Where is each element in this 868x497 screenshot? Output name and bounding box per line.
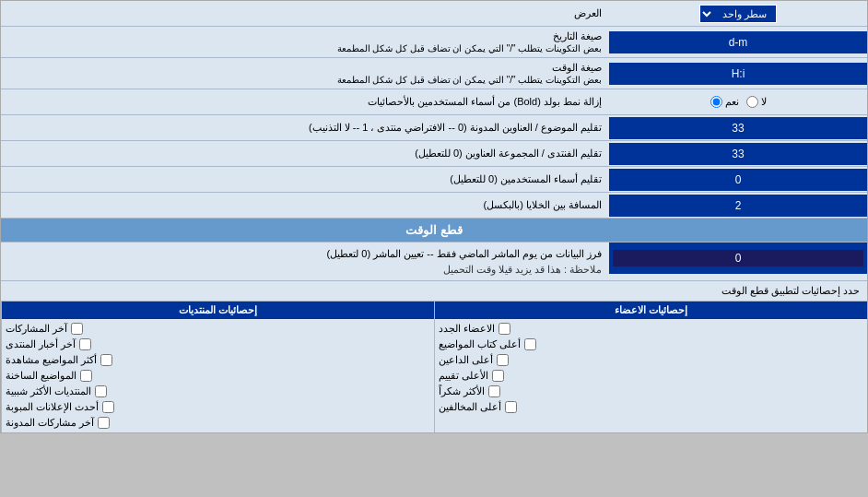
date-format-input-wrap[interactable] (609, 31, 867, 53)
checkbox-last-blog-posts[interactable] (98, 417, 110, 429)
radio-no-label[interactable]: لا (746, 96, 767, 108)
member-stats-col: إحصائيات الاعضاء الاعضاء الجدد أعلى كتاب… (434, 302, 867, 432)
top-display-label: العرض (1, 4, 609, 23)
list-item[interactable]: أعلى الداعين (439, 352, 863, 368)
stats-limit-label: حدد إحصائيات لتطبيق قطع الوقت (1, 281, 867, 301)
item-label: آخر المشاركات (6, 323, 67, 335)
stats-limit-row: حدد إحصائيات لتطبيق قطع الوقت (1, 281, 867, 302)
cell-spacing-row: المسافة بين الخلايا (بالبكسل) (1, 193, 867, 219)
user-count-row: تقليم أسماء المستخدمين (0 للتعطيل) (1, 167, 867, 193)
user-count-input-wrap[interactable] (609, 169, 867, 191)
checkbox-last-news[interactable] (79, 338, 91, 350)
checkbox-section: إحصائيات الاعضاء الاعضاء الجدد أعلى كتاب… (1, 302, 867, 432)
forum-stats-col: إحصائيات المنتديات آخر المشاركات آخر أخب… (1, 302, 434, 432)
bold-remove-radio-area[interactable]: نعم لا (609, 94, 867, 110)
forum-count-input-wrap[interactable] (609, 143, 867, 165)
forum-count-row: تقليم الفنتدى / المجموعة العناوين (0 للت… (1, 141, 867, 167)
checkbox-popular-forums[interactable] (95, 385, 107, 397)
checkbox-top-inviters[interactable] (497, 354, 509, 366)
checkbox-new-members[interactable] (499, 323, 510, 335)
list-item[interactable]: أحدث الإعلانات المبوبة (6, 399, 430, 415)
list-item[interactable]: آخر مشاركات المدونة (6, 415, 430, 431)
item-label: آخر مشاركات المدونة (6, 417, 94, 429)
date-format-label: صيغة التاريخ بعض التكوينات يتطلب "/" الت… (1, 27, 609, 57)
forum-count-label: تقليم الفنتدى / المجموعة العناوين (0 للت… (1, 144, 609, 163)
top-display-row: العرض سطر واحد سطرين ثلاثة أسطر (1, 1, 867, 27)
item-label: أعلى المخالفين (439, 401, 501, 413)
cutoff-note: ملاحظة : هذا قد يزيد قيلا وقت التحميل (443, 264, 602, 275)
item-label: أعلى الداعين (439, 354, 493, 366)
checkbox-most-thanked[interactable] (488, 385, 500, 397)
cutoff-row: فرز البيانات من يوم الماشر الماضي فقط --… (1, 243, 867, 281)
time-format-label: صيغة الوقت بعض التكوينات يتطلب "/" التي … (1, 58, 609, 89)
time-format-input-wrap[interactable] (609, 63, 867, 85)
list-item[interactable]: آخر أخبار المنتدى (6, 337, 430, 352)
item-label: المنتديات الأكثر شببية (6, 385, 91, 397)
cell-spacing-input-wrap[interactable] (609, 195, 867, 217)
date-format-note: بعض التكوينات يتطلب "/" التي يمكن ان تضا… (337, 43, 602, 53)
item-label: أعلى كتاب المواضيع (439, 338, 521, 350)
member-stats-header: إحصائيات الاعضاء (435, 302, 867, 319)
topic-count-label: تقليم الموضوع / العناوين المدونة (0 -- ا… (1, 118, 609, 137)
item-label: الاعضاء الجدد (439, 323, 495, 335)
radio-yes-label[interactable]: نعم (710, 96, 739, 108)
time-format-note: بعض التكوينات يتطلب "/" التي يمكن ان تضا… (337, 75, 602, 85)
forum-stats-items: آخر المشاركات آخر أخبار المنتدى أكثر الم… (2, 319, 434, 432)
topic-count-input[interactable] (613, 122, 863, 135)
list-item[interactable]: الأعلى تقييم (439, 368, 863, 384)
bold-remove-row: إزالة نمط بولد (Bold) من أسماء المستخدمي… (1, 89, 867, 115)
cutoff-section-header: قطع الوقت (1, 219, 867, 243)
item-label: آخر أخبار المنتدى (6, 338, 76, 350)
time-format-input[interactable] (613, 67, 863, 80)
time-format-row: صيغة الوقت بعض التكوينات يتطلب "/" التي … (1, 58, 867, 89)
date-format-input[interactable] (613, 36, 863, 49)
radio-no[interactable] (746, 96, 758, 108)
display-select[interactable]: سطر واحد سطرين ثلاثة أسطر (699, 5, 777, 23)
radio-yes[interactable] (710, 96, 722, 108)
user-count-label: تقليم أسماء المستخدمين (0 للتعطيل) (1, 170, 609, 189)
list-item[interactable]: الاعضاء الجدد (439, 321, 863, 337)
user-count-input[interactable] (613, 173, 863, 186)
display-select-area[interactable]: سطر واحد سطرين ثلاثة أسطر (609, 3, 867, 25)
checkbox-top-posters[interactable] (524, 338, 536, 350)
list-item[interactable]: الأكثر شكراً (439, 384, 863, 399)
forum-count-input[interactable] (613, 148, 863, 160)
bold-remove-label: إزالة نمط بولد (Bold) من أسماء المستخدمي… (1, 92, 609, 112)
list-item[interactable]: المواضيع الساخنة (6, 368, 430, 384)
forum-stats-header: إحصائيات المنتديات (2, 302, 434, 319)
list-item[interactable]: أعلى كتاب المواضيع (439, 337, 863, 352)
cutoff-input[interactable] (613, 250, 863, 266)
checkbox-latest-classifieds[interactable] (102, 401, 114, 413)
radio-yes-text: نعم (725, 96, 739, 108)
cell-spacing-input[interactable] (613, 199, 863, 212)
date-format-row: صيغة التاريخ بعض التكوينات يتطلب "/" الت… (1, 27, 867, 58)
checkbox-last-posts[interactable] (71, 323, 83, 335)
cutoff-label: فرز البيانات من يوم الماشر الماضي فقط --… (1, 243, 609, 280)
list-item[interactable]: المنتديات الأكثر شببية (6, 384, 430, 399)
item-label: الأعلى تقييم (439, 370, 488, 382)
item-label: الأكثر شكراً (439, 385, 485, 397)
cell-spacing-label: المسافة بين الخلايا (بالبكسل) (1, 195, 609, 215)
radio-no-text: لا (761, 96, 767, 108)
cutoff-input-wrap[interactable] (609, 243, 867, 274)
list-item[interactable]: أكثر المواضيع مشاهدة (6, 352, 430, 368)
item-label: المواضيع الساخنة (6, 370, 76, 382)
checkbox-hot-topics[interactable] (80, 370, 92, 382)
topic-count-input-wrap[interactable] (609, 117, 867, 139)
item-label: أكثر المواضيع مشاهدة (6, 354, 97, 366)
list-item[interactable]: آخر المشاركات (6, 321, 430, 337)
item-label: أحدث الإعلانات المبوبة (6, 401, 99, 413)
list-item[interactable]: أعلى المخالفين (439, 399, 863, 415)
checkbox-most-viewed[interactable] (100, 354, 112, 366)
member-stats-items: الاعضاء الجدد أعلى كتاب المواضيع أعلى ال… (435, 319, 867, 417)
checkbox-top-violators[interactable] (505, 401, 517, 413)
topic-count-row: تقليم الموضوع / العناوين المدونة (0 -- ا… (1, 115, 867, 141)
checkbox-top-rated[interactable] (492, 370, 504, 382)
